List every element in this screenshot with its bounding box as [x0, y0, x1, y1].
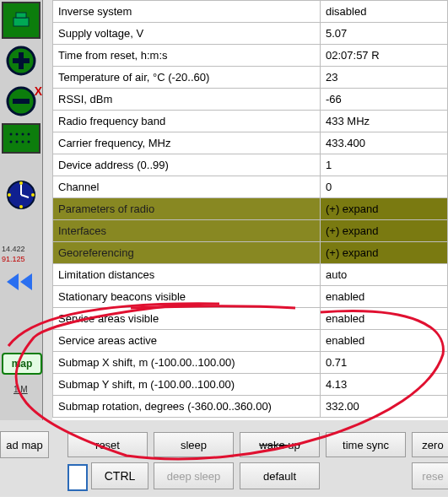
property-row[interactable]: Service areas activeenabled: [53, 330, 448, 352]
property-label: Time from reset, h:m:s: [53, 45, 321, 67]
property-row[interactable]: Carrier frequency, MHz433.400: [53, 132, 448, 154]
property-row[interactable]: Parameters of radio(+) expand: [53, 198, 448, 220]
svg-point-7: [10, 133, 13, 136]
svg-rect-6: [13, 99, 30, 104]
property-row[interactable]: Interfaces(+) expand: [53, 220, 448, 242]
property-label: Submap X shift, m (-100.00..100.00): [53, 352, 321, 374]
tool-add-icon[interactable]: [2, 42, 40, 79]
default-label: default: [263, 470, 296, 483]
svg-rect-1: [16, 13, 26, 18]
svg-rect-0: [13, 18, 29, 26]
property-value[interactable]: 02:07:57 R: [321, 45, 448, 67]
zero-label: zero: [422, 439, 443, 451]
property-row[interactable]: Radio frequency band433 MHz: [53, 111, 448, 132]
property-value[interactable]: (+) expand: [321, 220, 448, 242]
properties-panel: Inverse systemdisabledSupply voltage, V5…: [52, 0, 448, 420]
property-label: Submap Y shift, m (-100.00..100.00): [53, 374, 321, 396]
property-value[interactable]: (+) expand: [321, 242, 448, 264]
zero-button[interactable]: zero: [412, 432, 448, 457]
properties-table: Inverse systemdisabledSupply voltage, V5…: [52, 0, 448, 418]
reset2-label: rese: [422, 470, 443, 483]
time-sync-label: time sync: [343, 439, 389, 451]
property-row[interactable]: Georeferencing(+) expand: [53, 242, 448, 264]
property-row[interactable]: Channel0: [53, 176, 448, 198]
property-row[interactable]: Time from reset, h:m:s02:07:57 R: [53, 45, 448, 67]
property-value[interactable]: enabled: [321, 330, 448, 352]
property-row[interactable]: Temperature of air, °C (-20..60)23: [53, 67, 448, 89]
property-row[interactable]: Submap Y shift, m (-100.00..100.00)4.13: [53, 374, 448, 396]
tool-pattern-icon[interactable]: [2, 123, 40, 154]
wake-up-button[interactable]: wake up: [240, 432, 320, 457]
ad-map-label: ad map: [6, 439, 42, 451]
property-row[interactable]: Submap rotation, degrees (-360.00..360.0…: [53, 396, 448, 418]
clock-icon: [5, 179, 37, 211]
property-label: Parameters of radio: [53, 198, 321, 220]
ctrl-flag-box[interactable]: [67, 464, 88, 491]
svg-point-21: [19, 205, 23, 208]
tool-clock-icon[interactable]: [2, 176, 40, 214]
property-value[interactable]: enabled: [321, 308, 448, 330]
property-value[interactable]: 1: [321, 154, 448, 176]
sleep-button[interactable]: sleep: [154, 432, 234, 457]
property-value[interactable]: 0: [321, 176, 448, 198]
property-row[interactable]: Device address (0..99)1: [53, 154, 448, 176]
property-label: Georeferencing: [53, 242, 321, 264]
property-label: RSSI, dBm: [53, 89, 321, 111]
ad-map-button[interactable]: ad map: [0, 431, 49, 458]
property-row[interactable]: Supply voltage, V5.07: [53, 23, 448, 45]
time-sync-button[interactable]: time sync: [326, 432, 406, 457]
property-row[interactable]: Submap X shift, m (-100.00..100.00)0.71: [53, 352, 448, 374]
map-badge-label: map: [12, 358, 33, 370]
property-row[interactable]: RSSI, dBm-66: [53, 89, 448, 111]
svg-point-19: [31, 193, 35, 197]
reset-label: reset: [95, 439, 120, 451]
property-row[interactable]: Stationary beacons visibleenabled: [53, 286, 448, 308]
svg-rect-4: [13, 58, 30, 63]
ctrl-label: CTRL: [105, 469, 136, 483]
deep-sleep-button[interactable]: deep sleep: [154, 462, 234, 489]
svg-point-13: [22, 141, 24, 143]
property-value[interactable]: enabled: [321, 286, 448, 308]
property-label: Stationary beacons visible: [53, 286, 321, 308]
reset2-button[interactable]: rese: [412, 462, 448, 489]
default-button[interactable]: default: [240, 462, 320, 489]
tool-block-icon[interactable]: [2, 2, 40, 39]
property-value[interactable]: -66: [321, 89, 448, 111]
reset-button[interactable]: reset: [67, 432, 148, 457]
property-row[interactable]: Limitation distancesauto: [53, 264, 448, 286]
property-value[interactable]: 332.00: [321, 396, 448, 418]
coord-label-1: 14.422: [2, 245, 25, 253]
property-label: Channel: [53, 176, 321, 198]
svg-point-18: [8, 193, 11, 197]
svg-point-8: [16, 133, 19, 136]
tool-remove-icon[interactable]: X: [2, 83, 40, 120]
block-icon: [12, 11, 30, 30]
property-value[interactable]: 4.13: [321, 374, 448, 396]
property-label: Service areas visible: [53, 308, 321, 330]
property-value[interactable]: 0.71: [321, 352, 448, 374]
svg-point-10: [28, 133, 30, 136]
property-value[interactable]: (+) expand: [321, 198, 448, 220]
property-row[interactable]: Inverse systemdisabled: [53, 1, 448, 23]
property-label: Interfaces: [53, 220, 321, 242]
sleep-label: sleep: [181, 439, 207, 451]
property-value[interactable]: disabled: [321, 1, 448, 23]
property-label: Radio frequency band: [53, 111, 321, 132]
rewind-icon[interactable]: [2, 270, 39, 296]
scale-indicator: 1 M: [13, 385, 28, 394]
property-value[interactable]: 433.400: [321, 132, 448, 154]
property-label: Submap rotation, degrees (-360.00..360.0…: [53, 396, 321, 418]
property-value[interactable]: 23: [321, 67, 448, 89]
svg-point-14: [28, 141, 30, 143]
svg-point-11: [10, 141, 13, 143]
svg-point-12: [16, 141, 19, 143]
property-value[interactable]: auto: [321, 264, 448, 286]
property-label: Limitation distances: [53, 264, 321, 286]
property-row[interactable]: Service areas visibleenabled: [53, 308, 448, 330]
map-badge[interactable]: map: [2, 353, 42, 375]
property-value[interactable]: 433 MHz: [321, 111, 448, 132]
property-label: Carrier frequency, MHz: [53, 132, 321, 154]
property-value[interactable]: 5.07: [321, 23, 448, 45]
ctrl-button[interactable]: CTRL: [91, 462, 148, 489]
coord-label-2: 91.125: [2, 255, 25, 263]
